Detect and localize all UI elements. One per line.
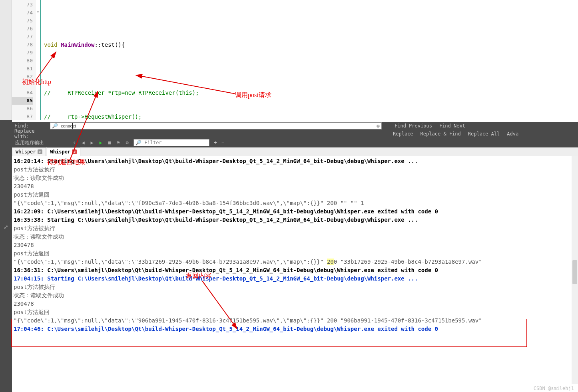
left-sidebar: ⤢	[0, 120, 12, 392]
scrollbar-thumb[interactable]	[572, 260, 577, 284]
output-scrollbar[interactable]	[572, 156, 578, 384]
clear-icon[interactable]: ⊗	[377, 123, 380, 129]
find-input[interactable]: 🔎 connect ⊗	[50, 122, 382, 129]
output-line: 16:22:09: C:\Users\smilehjl\Desktop\Qt\b…	[14, 207, 576, 216]
line-number: 80	[12, 57, 33, 65]
find-next-button[interactable]: Find Next	[439, 123, 465, 129]
output-line: 230478	[14, 182, 576, 191]
search-icon: 🔎	[136, 140, 142, 145]
line-number: 82	[12, 73, 33, 81]
prev-icon[interactable]: ◀	[80, 139, 86, 146]
find-previous-button[interactable]: Find Previous	[395, 123, 432, 129]
output-line: 状态：读取文件成功	[14, 291, 576, 300]
tab-label: Whisper	[50, 149, 71, 155]
find-label: Find:	[12, 123, 50, 129]
func-name: test	[101, 42, 115, 48]
output-line: 16:35:38: Starting C:\Users\smilehjl\Des…	[14, 216, 576, 224]
filter-input[interactable]: 🔎 Filter	[134, 139, 209, 146]
advanced-button[interactable]: Adva	[507, 131, 518, 137]
next-icon[interactable]: ▶	[89, 139, 95, 146]
code-editor[interactable]: 7374757677787980818284858687 ▾ void Main…	[0, 0, 578, 120]
tab-label: Whisper	[16, 149, 36, 155]
output-line: post方法被执行	[14, 165, 576, 174]
output-line: 230478	[14, 241, 576, 249]
zoom-out-icon[interactable]: −	[221, 140, 224, 145]
keyword: void	[44, 42, 58, 48]
class-name: MainWindow	[61, 42, 94, 48]
output-line: 16:20:14: Starting C:\Users\smilehjl\Des…	[14, 157, 576, 165]
output-line: 16:36:31: C:\Users\smilehjl\Desktop\Qt\b…	[14, 266, 576, 275]
stop-icon[interactable]: ■	[106, 139, 113, 146]
output-line: post方法返回	[14, 191, 576, 199]
line-number: 85	[12, 97, 33, 105]
output-line: 17:04:15: Starting C:\Users\smilehjl\Des…	[14, 275, 576, 283]
output-tabs: Whisper×Whisper×	[12, 147, 578, 156]
replace-find-button[interactable]: Replace & Find	[421, 131, 461, 137]
run-icon[interactable]: ▶	[98, 139, 104, 146]
editor-left-margin	[0, 0, 12, 120]
code-content[interactable]: void MainWindow::test(){ // RTPReceiver …	[41, 0, 578, 120]
line-number: 84	[12, 89, 33, 97]
line-number: 73	[12, 1, 33, 9]
line-number-gutter: 7374757677787980818284858687	[12, 0, 36, 120]
line-number: 79	[12, 49, 33, 57]
fold-strip: ▾	[36, 0, 41, 120]
watermark: CSDN @smilehjl	[534, 386, 574, 391]
output-line: post方法返回	[14, 249, 576, 258]
output-line: post方法返回	[14, 308, 576, 316]
output-line: 状态：读取文件成功	[14, 233, 576, 241]
output-tab[interactable]: Whisper×	[12, 147, 46, 156]
output-line: 状态：读取文件成功	[14, 174, 576, 182]
line-number: 75	[12, 17, 33, 25]
close-icon[interactable]: ×	[72, 149, 77, 154]
replace-button[interactable]: Replace	[393, 131, 413, 137]
output-line: post方法被执行	[14, 283, 576, 291]
sidebar-expand-icon[interactable]: ⤢	[0, 224, 12, 230]
op: (){	[115, 42, 125, 48]
application-output[interactable]: 16:20:14: Starting C:\Users\smilehjl\Des…	[12, 156, 578, 384]
fold-marker-icon[interactable]: ▾	[36, 8, 40, 16]
search-icon: 🔎	[52, 123, 58, 129]
line-number	[12, 81, 33, 89]
output-tab[interactable]: Whisper×	[47, 147, 81, 156]
line-number: 81	[12, 65, 33, 73]
line-number: 76	[12, 25, 33, 33]
comment: // rtp->RequestWhisper();	[44, 113, 142, 120]
output-line: 230478	[14, 300, 576, 308]
highlight-box	[11, 319, 527, 347]
line-number: 78	[12, 41, 33, 49]
line-number: 77	[12, 33, 33, 41]
replace-all-button[interactable]: Replace All	[468, 131, 500, 137]
output-line: "{\"code\":1,\"msg\":null,\"data\":\"33b…	[14, 258, 576, 266]
filter-placeholder: Filter	[144, 140, 161, 145]
output-line: "{\"code\":1,\"msg\":null,\"data\":\"f09…	[14, 199, 576, 207]
attach-icon[interactable]: ⇪	[71, 139, 78, 146]
output-line: post方法被执行	[14, 224, 576, 233]
settings-icon[interactable]: ⚙	[124, 139, 130, 146]
output-panel-label: 应用程序输出	[12, 139, 47, 146]
close-icon[interactable]: ×	[38, 149, 42, 154]
comment: // RTPReceiver *rtp=new RTPReceiver(this…	[44, 90, 199, 96]
find-replace-bar: Find: 🔎 connect ⊗ Find Previous Find Nex…	[12, 122, 578, 138]
op: ::	[94, 42, 101, 48]
line-number: 86	[12, 105, 33, 113]
line-number: 87	[12, 113, 33, 121]
flag-icon[interactable]: ⚑	[115, 139, 122, 146]
output-toolbar: 应用程序输出 ⇪ ◀ ▶ ▶ ■ ⚑ ⚙ 🔎 Filter + −	[12, 138, 578, 147]
line-number: 74	[12, 9, 33, 17]
zoom-in-icon[interactable]: +	[211, 140, 220, 145]
